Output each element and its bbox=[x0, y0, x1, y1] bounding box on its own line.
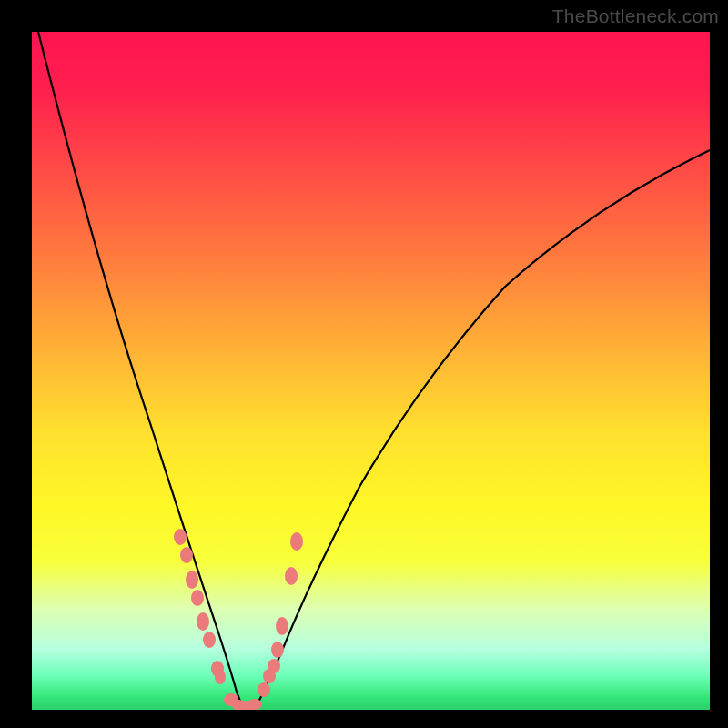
svg-point-7 bbox=[215, 670, 226, 684]
svg-point-8 bbox=[224, 693, 238, 706]
svg-point-16 bbox=[276, 617, 288, 635]
right-branch-path bbox=[255, 150, 710, 709]
curve-layer bbox=[32, 32, 710, 710]
svg-point-10 bbox=[239, 701, 254, 710]
svg-point-13 bbox=[263, 669, 276, 683]
watermark-text: TheBottleneck.com bbox=[552, 5, 719, 27]
plot-area bbox=[32, 32, 710, 710]
chart-frame: TheBottleneck.com bbox=[0, 0, 728, 728]
svg-point-9 bbox=[232, 700, 247, 710]
svg-point-3 bbox=[191, 590, 204, 606]
svg-point-15 bbox=[271, 642, 284, 658]
svg-point-11 bbox=[248, 699, 262, 710]
svg-point-14 bbox=[268, 659, 280, 673]
svg-point-18 bbox=[290, 532, 303, 551]
svg-point-0 bbox=[174, 529, 187, 545]
svg-point-12 bbox=[258, 682, 270, 697]
svg-point-1 bbox=[180, 547, 193, 563]
svg-point-2 bbox=[186, 571, 198, 589]
svg-point-17 bbox=[285, 567, 298, 585]
svg-point-4 bbox=[197, 612, 209, 631]
data-points-group bbox=[174, 529, 303, 710]
svg-point-5 bbox=[203, 632, 216, 648]
left-branch-path bbox=[38, 32, 246, 709]
svg-point-6 bbox=[211, 661, 224, 677]
